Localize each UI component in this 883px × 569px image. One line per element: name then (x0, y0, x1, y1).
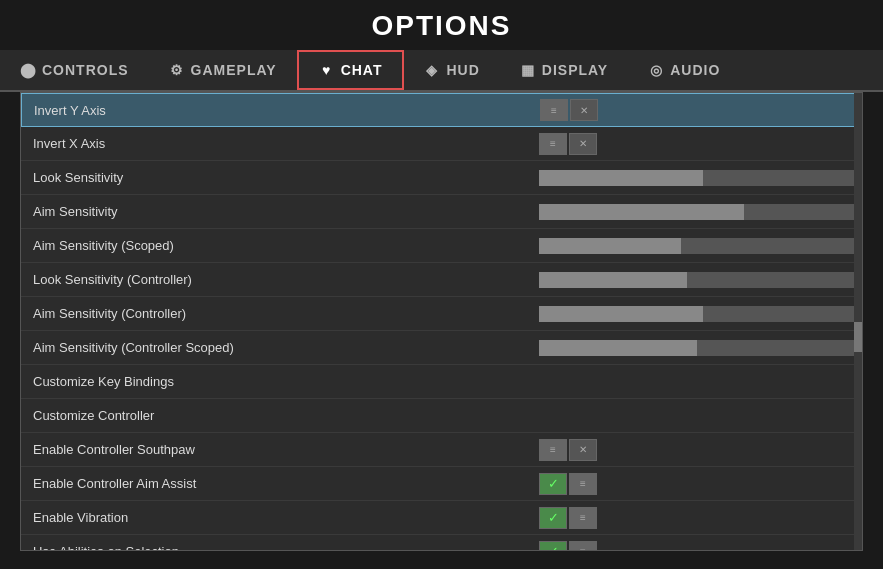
toggle-close-btn[interactable]: ✕ (570, 99, 598, 121)
row-control-invert-y: ≡ ✕ (532, 95, 861, 125)
audio-icon: ◎ (648, 62, 664, 78)
display-icon: ▦ (520, 62, 536, 78)
row-label-look-sensitivity-controller: Look Sensitivity (Controller) (21, 266, 531, 293)
table-row[interactable]: Enable Vibration ✓ ≡ (21, 501, 862, 535)
slider-fill (539, 204, 744, 220)
content-area: Invert Y Axis ≡ ✕ Invert X Axis ≡ ✕ (0, 92, 883, 551)
slider-track[interactable] (539, 306, 854, 322)
tab-controls[interactable]: ⬤ CONTROLS (0, 50, 149, 90)
table-row[interactable]: Customize Controller (21, 399, 862, 433)
table-row[interactable]: Customize Key Bindings (21, 365, 862, 399)
table-row[interactable]: Invert X Axis ≡ ✕ (21, 127, 862, 161)
scrollbar-thumb[interactable] (854, 322, 862, 352)
row-label-aim-sensitivity-controller: Aim Sensitivity (Controller) (21, 300, 531, 327)
table-row[interactable]: Look Sensitivity (21, 161, 862, 195)
row-control-use-abilities-on-selection: ✓ ≡ (531, 537, 862, 552)
toggle-close-btn[interactable]: ✕ (569, 439, 597, 461)
row-control-aim-sensitivity-controller (531, 302, 862, 326)
toggle-check-btn[interactable]: ✓ (539, 473, 567, 495)
row-label-invert-x: Invert X Axis (21, 130, 531, 157)
slider-fill (539, 170, 703, 186)
tab-bar: ⬤ CONTROLS ⚙ GAMEPLAY ♥ CHAT ◈ HUD ▦ DIS… (0, 50, 883, 92)
toggle-group: ✓ ≡ (539, 507, 597, 529)
row-control-aim-sensitivity-scoped (531, 234, 862, 258)
row-label-use-abilities-on-selection: Use Abilities on Selection (21, 538, 531, 551)
tab-audio[interactable]: ◎ AUDIO (628, 50, 740, 90)
page-container: OPTIONS ⬤ CONTROLS ⚙ GAMEPLAY ♥ CHAT ◈ H… (0, 0, 883, 551)
slider-track[interactable] (539, 238, 854, 254)
row-control-aim-sensitivity-controller-scoped (531, 336, 862, 360)
toggle-check-btn[interactable]: ✓ (539, 507, 567, 529)
slider-fill (539, 272, 687, 288)
toggle-check-btn[interactable]: ✓ (539, 541, 567, 552)
table-row[interactable]: Use Abilities on Selection ✓ ≡ (21, 535, 862, 551)
slider-track[interactable] (539, 340, 854, 356)
toggle-lines-btn[interactable]: ≡ (539, 133, 567, 155)
toggle-lines-btn[interactable]: ≡ (569, 473, 597, 495)
slider-fill (539, 306, 703, 322)
row-label-customize-controller: Customize Controller (21, 402, 531, 429)
row-label-enable-vibration: Enable Vibration (21, 504, 531, 531)
row-control-invert-x: ≡ ✕ (531, 129, 862, 159)
toggle-group: ≡ ✕ (540, 99, 598, 121)
table-row[interactable]: Aim Sensitivity (Scoped) (21, 229, 862, 263)
slider-track[interactable] (539, 204, 854, 220)
hud-icon: ◈ (424, 62, 440, 78)
gameplay-icon: ⚙ (169, 62, 185, 78)
row-label-look-sensitivity: Look Sensitivity (21, 164, 531, 191)
toggle-lines-btn[interactable]: ≡ (540, 99, 568, 121)
tab-display[interactable]: ▦ DISPLAY (500, 50, 628, 90)
table-row[interactable]: Look Sensitivity (Controller) (21, 263, 862, 297)
row-control-enable-controller-southpaw: ≡ ✕ (531, 435, 862, 465)
row-label-enable-controller-aim-assist: Enable Controller Aim Assist (21, 470, 531, 497)
toggle-lines-btn[interactable]: ≡ (569, 507, 597, 529)
table-row[interactable]: Enable Controller Southpaw ≡ ✕ (21, 433, 862, 467)
tab-gameplay[interactable]: ⚙ GAMEPLAY (149, 50, 297, 90)
row-control-look-sensitivity-controller (531, 268, 862, 292)
slider-fill (539, 238, 681, 254)
toggle-group: ✓ ≡ (539, 541, 597, 552)
toggle-lines-btn[interactable]: ≡ (569, 541, 597, 552)
row-control-look-sensitivity (531, 166, 862, 190)
tab-chat[interactable]: ♥ CHAT (297, 50, 405, 90)
slider-fill (539, 340, 697, 356)
slider-track[interactable] (539, 170, 854, 186)
row-control-enable-controller-aim-assist: ✓ ≡ (531, 469, 862, 499)
toggle-close-btn[interactable]: ✕ (569, 133, 597, 155)
chat-icon: ♥ (319, 62, 335, 78)
table-row[interactable]: Enable Controller Aim Assist ✓ ≡ (21, 467, 862, 501)
row-label-aim-sensitivity-scoped: Aim Sensitivity (Scoped) (21, 232, 531, 259)
row-label-enable-controller-southpaw: Enable Controller Southpaw (21, 436, 531, 463)
row-control-aim-sensitivity (531, 200, 862, 224)
tab-chat-label: CHAT (341, 62, 383, 78)
row-label-invert-y: Invert Y Axis (22, 97, 532, 124)
toggle-group: ≡ ✕ (539, 133, 597, 155)
table-row[interactable]: Aim Sensitivity (Controller) (21, 297, 862, 331)
tab-display-label: DISPLAY (542, 62, 608, 78)
toggle-group: ≡ ✕ (539, 439, 597, 461)
row-control-customize-controller (531, 412, 862, 420)
page-title: OPTIONS (0, 0, 883, 50)
tab-controls-label: CONTROLS (42, 62, 129, 78)
slider-track[interactable] (539, 272, 854, 288)
row-label-aim-sensitivity: Aim Sensitivity (21, 198, 531, 225)
controls-icon: ⬤ (20, 62, 36, 78)
table-row[interactable]: Invert Y Axis ≡ ✕ (21, 93, 862, 127)
tab-hud[interactable]: ◈ HUD (404, 50, 499, 90)
tab-audio-label: AUDIO (670, 62, 720, 78)
row-label-customize-key-bindings: Customize Key Bindings (21, 368, 531, 395)
settings-panel: Invert Y Axis ≡ ✕ Invert X Axis ≡ ✕ (20, 92, 863, 551)
scrollbar[interactable] (854, 93, 862, 550)
row-label-aim-sensitivity-controller-scoped: Aim Sensitivity (Controller Scoped) (21, 334, 531, 361)
table-row[interactable]: Aim Sensitivity (Controller Scoped) (21, 331, 862, 365)
table-row[interactable]: Aim Sensitivity (21, 195, 862, 229)
tab-gameplay-label: GAMEPLAY (191, 62, 277, 78)
row-control-customize-key-bindings (531, 378, 862, 386)
toggle-lines-btn[interactable]: ≡ (539, 439, 567, 461)
row-control-enable-vibration: ✓ ≡ (531, 503, 862, 533)
tab-hud-label: HUD (446, 62, 479, 78)
toggle-group: ✓ ≡ (539, 473, 597, 495)
